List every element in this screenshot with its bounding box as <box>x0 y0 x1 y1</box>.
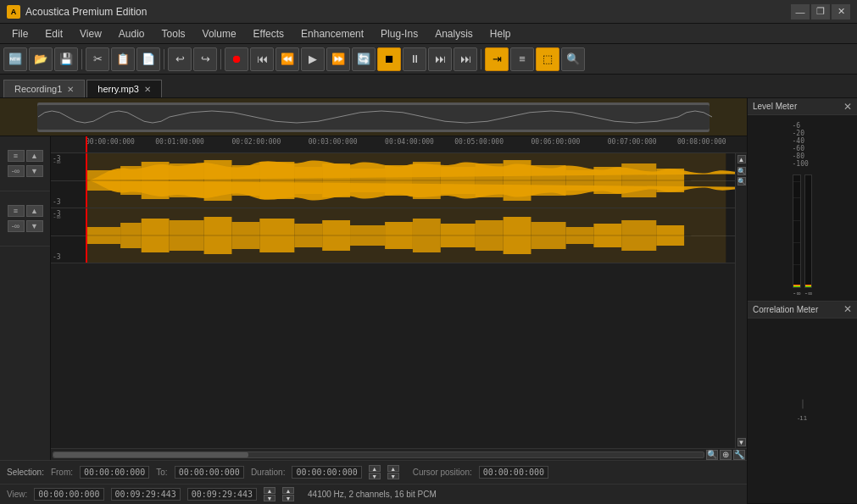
save-button[interactable]: 💾 <box>54 47 78 71</box>
view-label: View: <box>7 490 27 499</box>
level-tick-2 <box>793 197 800 198</box>
level-meter-panel: Level Meter ✕ -6 -20 -40 -60 -80 -100 <box>748 98 857 302</box>
menu-analysis[interactable]: Analysis <box>426 26 481 42</box>
menu-enhancement[interactable]: Enhancement <box>292 26 372 42</box>
track2-minus[interactable]: -∞ <box>8 220 25 232</box>
zoom-tool-btn[interactable]: 🔧 <box>733 450 745 460</box>
open-button[interactable]: 📂 <box>29 47 53 71</box>
play-button[interactable]: ▶ <box>301 47 325 71</box>
scale-minus60: -60 <box>793 145 813 152</box>
view-arrow-down[interactable]: ▼ <box>264 495 275 501</box>
level-bar-left: -∞ <box>793 174 801 297</box>
track2-waveform <box>51 208 747 263</box>
pause-button[interactable]: ⏸ <box>403 47 426 71</box>
zoom-all-btn[interactable]: ⊕ <box>720 450 732 460</box>
sel-arrow-down[interactable]: ▼ <box>369 473 381 479</box>
correlation-meter-close[interactable]: ✕ <box>843 303 852 315</box>
h-scroll-track[interactable] <box>53 451 704 458</box>
level-bar-left-fill <box>793 285 800 287</box>
copy-button[interactable]: 📋 <box>111 47 135 71</box>
track2-arrow2[interactable]: ▼ <box>26 220 43 232</box>
multitrack-button[interactable]: ≡ <box>510 47 534 71</box>
corr-right-label: 1 <box>804 414 807 422</box>
paste-button[interactable]: 📄 <box>136 47 160 71</box>
h-scroll-thumb[interactable] <box>53 452 248 457</box>
toolbar: 🆕 📂 💾 ✂ 📋 📄 ↩ ↪ ⏺ ⏮ ⏪ ▶ ⏩ 🔄 ⏹ ⏸ ⏭ ⏭ ⇥ ≡ … <box>0 44 857 75</box>
close-button[interactable]: ✕ <box>832 4 850 19</box>
overview-svg <box>0 98 747 136</box>
timeline-mark-1: 00:01:00:000 <box>155 138 204 146</box>
scroll-down-btn[interactable]: ▼ <box>737 438 746 446</box>
view-arrow-down2[interactable]: ▼ <box>282 495 294 501</box>
level-tick-3 <box>793 220 800 221</box>
timeline-mark-0: 00:00:00:000 <box>86 138 135 146</box>
menu-view[interactable]: View <box>71 26 110 42</box>
sel-arrow-down2[interactable]: ▼ <box>387 473 399 479</box>
menu-edit[interactable]: Edit <box>36 26 71 42</box>
stop-button[interactable]: ⏹ <box>377 47 401 71</box>
menu-volume[interactable]: Volume <box>194 26 245 42</box>
restore-button[interactable]: ❐ <box>811 4 830 19</box>
view-arrow-up2[interactable]: ▲ <box>282 487 294 494</box>
correlation-meter-body: -1 1 <box>748 318 857 504</box>
zoom-out-btn[interactable]: 🔍 <box>737 177 746 186</box>
tab-recording1-close[interactable]: ✕ <box>67 85 74 94</box>
cut-button[interactable]: ✂ <box>86 47 109 71</box>
menu-file[interactable]: File <box>3 26 36 42</box>
goto-start-button[interactable]: ⏮ <box>250 47 274 71</box>
loop-region-button[interactable]: ⬚ <box>536 47 559 71</box>
view-arrow-up[interactable]: ▲ <box>264 487 275 494</box>
fast-forward-button[interactable]: ⏩ <box>326 47 350 71</box>
rewind-button[interactable]: ⏪ <box>275 47 299 71</box>
scroll-up-btn[interactable]: ▲ <box>737 155 746 163</box>
correlation-bar-track <box>802 399 804 409</box>
selection-bar: Selection: From: 00:00:00:000 To: 00:00:… <box>0 460 747 484</box>
level-tick-1 <box>793 181 800 182</box>
tab-herry-mp3-close[interactable]: ✕ <box>144 85 151 94</box>
h-scrollbar: 🔍 ⊕ 🔧 <box>51 448 747 460</box>
menu-effects[interactable]: Effects <box>245 26 292 42</box>
loop-button[interactable]: 🔄 <box>352 47 376 71</box>
to-label: To: <box>156 468 167 477</box>
new-button[interactable]: 🆕 <box>3 47 27 71</box>
sel-arrow-up2[interactable]: ▲ <box>387 465 399 472</box>
zoom-in-btn[interactable]: 🔍 <box>737 167 746 175</box>
to-value: 00:00:00:000 <box>175 466 244 479</box>
timeline-mark-6: 00:06:00:000 <box>531 138 580 146</box>
track2-arrow[interactable]: ▲ <box>26 205 43 217</box>
goto-end-button[interactable]: ⏭ <box>454 47 477 71</box>
main-content: ≡ ▲ -∞ ▼ ≡ ▲ -∞ ▼ <box>0 98 857 504</box>
scale-minus80: -80 <box>793 152 813 160</box>
undo-button[interactable]: ↩ <box>168 47 192 71</box>
track1-minus[interactable]: -∞ <box>8 165 25 177</box>
track1-icon[interactable]: ≡ <box>8 150 25 162</box>
zoom-minus-btn[interactable]: 🔍 <box>706 450 718 460</box>
sel-arrow-up[interactable]: ▲ <box>369 465 381 472</box>
scale-minus6: -6 <box>793 122 813 130</box>
menu-plugins[interactable]: Plug-Ins <box>372 26 426 42</box>
tab-herry-mp3[interactable]: herry.mp3 ✕ <box>86 80 162 97</box>
correlation-meter-panel: Correlation Meter ✕ -1 1 <box>748 302 857 505</box>
tab-recording1[interactable]: Recording1 ✕ <box>3 80 85 97</box>
redo-button[interactable]: ↪ <box>193 47 217 71</box>
menu-tools[interactable]: Tools <box>153 26 194 42</box>
duration-value: 00:00:00:000 <box>292 466 361 479</box>
track1-arrow2[interactable]: ▼ <box>26 165 43 177</box>
vertical-scrollbar[interactable]: ▲ 🔍 🔍 ▼ <box>735 153 747 448</box>
menu-audio[interactable]: Audio <box>110 26 153 42</box>
view-to: 00:09:29:443 <box>111 488 181 501</box>
minimize-button[interactable]: — <box>791 4 810 19</box>
skip-forward-button[interactable]: ⏭ <box>428 47 452 71</box>
tracks-container: ≡ ▲ -∞ ▼ ≡ ▲ -∞ ▼ <box>0 136 747 460</box>
track2-icon[interactable]: ≡ <box>8 205 25 217</box>
record-button[interactable]: ⏺ <box>225 47 248 71</box>
overview-waveform[interactable] <box>0 98 747 136</box>
snap-button[interactable]: ⇥ <box>485 47 509 71</box>
track1-waveform <box>51 153 747 208</box>
menu-help[interactable]: Help <box>481 26 520 42</box>
level-meter-close[interactable]: ✕ <box>843 101 852 113</box>
search-zoom-button[interactable]: 🔍 <box>561 47 585 71</box>
track1-arrow[interactable]: ▲ <box>26 150 43 162</box>
view-duration: 00:09:29:443 <box>187 488 257 501</box>
track1-playhead <box>86 153 87 208</box>
